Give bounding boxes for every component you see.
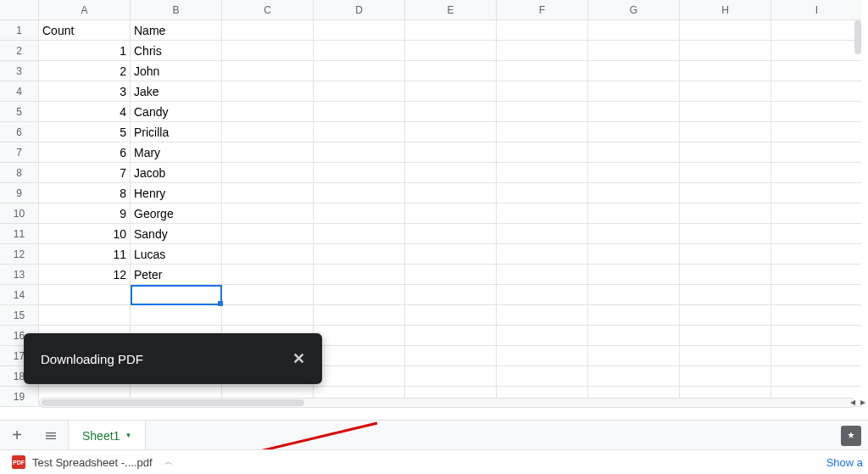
cell[interactable] [314, 285, 405, 305]
cell[interactable]: 11 [39, 244, 131, 265]
cell[interactable] [405, 41, 497, 61]
cell[interactable] [222, 224, 314, 244]
show-all-downloads-link[interactable]: Show a [826, 456, 863, 469]
cell[interactable] [314, 163, 405, 183]
cell[interactable] [680, 163, 771, 183]
cell[interactable] [314, 265, 405, 285]
chevron-up-icon[interactable]: ︿ [164, 456, 173, 468]
vertical-scrollbar[interactable] [854, 20, 861, 54]
column-header[interactable]: G [588, 0, 680, 20]
cell[interactable] [405, 346, 497, 366]
cell[interactable]: 9 [39, 204, 131, 224]
cell[interactable] [771, 122, 861, 142]
cell[interactable] [497, 204, 588, 224]
cell[interactable] [680, 183, 771, 204]
row-header[interactable]: 9 [0, 183, 39, 204]
cell[interactable] [588, 41, 680, 61]
cell[interactable]: Sandy [131, 224, 222, 244]
cell[interactable] [771, 366, 861, 387]
cell[interactable] [314, 326, 405, 346]
cell[interactable] [497, 265, 588, 285]
cell[interactable] [588, 305, 680, 326]
cell[interactable]: 12 [39, 265, 131, 285]
cell[interactable] [405, 326, 497, 346]
download-chip[interactable]: PDF Test Spreadsheet -....pdf ︿ [7, 454, 178, 471]
cell[interactable] [314, 122, 405, 142]
cell[interactable] [771, 163, 861, 183]
row-header[interactable]: 5 [0, 102, 39, 122]
cell[interactable] [680, 61, 771, 81]
cell[interactable] [405, 81, 497, 102]
cell[interactable] [222, 305, 314, 326]
row-header[interactable]: 4 [0, 81, 39, 102]
cell[interactable] [131, 305, 222, 326]
cell[interactable] [497, 163, 588, 183]
cell[interactable] [680, 285, 771, 305]
cell[interactable] [680, 346, 771, 366]
cell[interactable] [405, 366, 497, 387]
row-header[interactable]: 19 [0, 387, 39, 407]
cell[interactable] [680, 305, 771, 326]
cell[interactable]: 3 [39, 81, 131, 102]
cell[interactable]: Pricilla [131, 122, 222, 142]
cell[interactable]: 7 [39, 163, 131, 183]
cell[interactable] [222, 102, 314, 122]
cell[interactable] [405, 305, 497, 326]
cell[interactable] [588, 81, 680, 102]
cell[interactable]: Chris [131, 41, 222, 61]
cell[interactable] [588, 142, 680, 163]
cell[interactable] [222, 285, 314, 305]
cell[interactable] [771, 81, 861, 102]
selection-handle[interactable] [218, 301, 223, 306]
cell[interactable] [314, 183, 405, 204]
cell[interactable]: Candy [131, 102, 222, 122]
cell[interactable] [680, 265, 771, 285]
row-header[interactable]: 14 [0, 285, 39, 305]
cell[interactable] [405, 265, 497, 285]
cell[interactable] [314, 305, 405, 326]
cell[interactable]: Peter [131, 265, 222, 285]
column-header[interactable]: C [222, 0, 314, 20]
column-header[interactable]: H [680, 0, 771, 20]
cell[interactable] [680, 142, 771, 163]
cell[interactable] [588, 326, 680, 346]
scroll-left-icon[interactable]: ◀ [849, 398, 857, 406]
column-header[interactable]: D [314, 0, 405, 20]
cell[interactable] [588, 346, 680, 366]
cell[interactable] [771, 224, 861, 244]
sheet-tab-active[interactable]: Sheet1 ▼ [68, 420, 146, 450]
cell[interactable]: 2 [39, 61, 131, 81]
add-sheet-button[interactable]: + [0, 421, 34, 450]
cell[interactable] [497, 183, 588, 204]
cell[interactable] [222, 142, 314, 163]
cell[interactable] [222, 81, 314, 102]
cell[interactable] [588, 61, 680, 81]
cell[interactable]: John [131, 61, 222, 81]
cell[interactable] [405, 142, 497, 163]
cell[interactable]: Name [131, 20, 222, 41]
cell[interactable] [588, 122, 680, 142]
cell[interactable] [680, 204, 771, 224]
cell[interactable] [314, 61, 405, 81]
cell[interactable] [771, 265, 861, 285]
row-header[interactable]: 11 [0, 224, 39, 244]
cell[interactable] [497, 142, 588, 163]
cell[interactable] [771, 244, 861, 265]
cell[interactable] [680, 20, 771, 41]
horizontal-scrollbar-thumb[interactable] [42, 399, 304, 406]
cell[interactable] [588, 224, 680, 244]
cell[interactable] [771, 183, 861, 204]
cell[interactable] [314, 102, 405, 122]
cell[interactable]: 8 [39, 183, 131, 204]
cell[interactable] [497, 20, 588, 41]
cell[interactable] [588, 102, 680, 122]
cell[interactable] [222, 244, 314, 265]
cell[interactable] [771, 285, 861, 305]
cell[interactable] [771, 346, 861, 366]
toast-close-button[interactable]: ✕ [292, 349, 305, 368]
cell[interactable]: 5 [39, 122, 131, 142]
cell[interactable]: 4 [39, 102, 131, 122]
cell[interactable] [222, 265, 314, 285]
cell[interactable]: Henry [131, 183, 222, 204]
cell[interactable] [314, 41, 405, 61]
